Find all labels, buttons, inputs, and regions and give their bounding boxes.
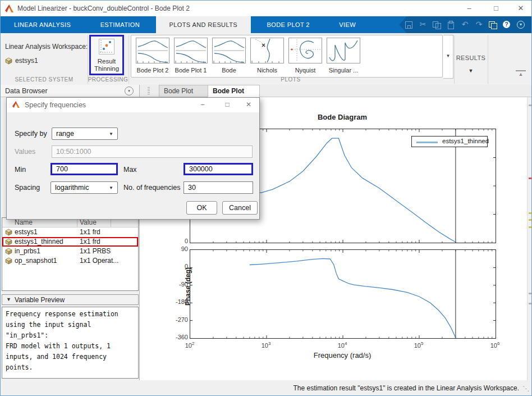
max-label: Max (123, 166, 137, 174)
close-icon[interactable]: ✕ (512, 4, 529, 13)
matlab-logo-icon (12, 101, 20, 108)
minimize-icon[interactable]: – (461, 4, 478, 13)
values-label: Values (15, 148, 35, 156)
variable-preview-header[interactable]: ▼ Variable Preview (2, 294, 139, 305)
caret-down-icon: ▼ (6, 297, 11, 302)
tick-label: 106 (484, 341, 506, 349)
copy-icon[interactable] (432, 21, 442, 29)
min-input[interactable]: 700 (51, 163, 118, 175)
cancel-button[interactable]: Cancel (222, 201, 258, 215)
resize-grip-icon[interactable]: ⋱ (522, 385, 529, 393)
matlab-logo-icon (5, 4, 13, 12)
tab-plots-and-results[interactable]: PLOTS AND RESULTS (156, 16, 251, 33)
result-thinning-icon (99, 39, 114, 54)
bode-thumbnail-icon (212, 38, 246, 63)
variable-preview-title: Variable Preview (15, 296, 65, 304)
cut-icon[interactable]: ✂ (418, 21, 428, 29)
dropdown-circle-icon[interactable]: ▾ (516, 21, 526, 29)
variable-cube-icon (5, 257, 12, 265)
bode-thumbnail-icon (136, 38, 169, 63)
gallery-item-bode-plot-2[interactable]: Bode Plot 2 (134, 37, 172, 75)
selected-system-item[interactable]: estsys1 (5, 57, 38, 65)
annotation-strip (527, 97, 532, 380)
tick-label: -90 (169, 281, 188, 288)
drag-handle-icon[interactable] (148, 87, 150, 95)
table-row[interactable]: in_prbs1 1x1 PRBS (2, 247, 138, 256)
singular-values-thumbnail-icon (327, 38, 360, 63)
variable-cube-icon (5, 229, 12, 236)
section-label-plots: PLOTS (129, 76, 453, 83)
caret-down-icon: ▼ (454, 68, 488, 74)
ok-button[interactable]: OK (186, 201, 217, 215)
tick-label: 90 (169, 245, 188, 252)
help-icon[interactable]: ? (502, 21, 512, 29)
bode-thumbnail-icon (174, 38, 208, 63)
variable-table: Name Value estsys1 1x1 frd estsys1_thinn… (2, 217, 139, 291)
values-input: 10:50:1000 (52, 145, 253, 158)
nfreq-input[interactable]: 30 (184, 181, 253, 194)
phase-plot (190, 249, 496, 339)
status-message: The estimation result "estsys1" is creat… (293, 384, 519, 392)
variable-cube-icon (5, 248, 12, 255)
paste-icon[interactable] (446, 21, 456, 29)
section-label-processing: PROCESSING (88, 76, 129, 83)
tab-bode-plot-2[interactable]: BODE PLOT 2 (253, 16, 323, 33)
toolstrip: Linear Analysis Workspace: estsys1 SELEC… (1, 33, 531, 85)
tick-label: -360 (169, 334, 188, 340)
spacing-select[interactable]: logarithmic▼ (51, 181, 118, 194)
variable-preview-text: Frequency response estimation using the … (2, 307, 139, 379)
workspace-label: Linear Analysis Workspace: (5, 43, 88, 51)
tick-label: 105 (407, 341, 430, 349)
gallery-item-nyquist[interactable]: Nyquist (286, 37, 324, 75)
tick-label: -180 (169, 298, 188, 305)
table-row-highlighted[interactable]: estsys1_thinned 1x1 frd (2, 237, 138, 247)
maximize-icon[interactable]: □ (488, 4, 505, 13)
variable-cube-icon (5, 238, 12, 245)
caret-down-icon: ▼ (109, 128, 113, 140)
specify-by-label: Specify by (15, 130, 47, 138)
results-gallery-button[interactable]: RESULTS ▼ (454, 33, 488, 84)
doc-tab-bode-plot-2[interactable]: Bode Plot 2✕ (208, 85, 260, 97)
panel-menu-icon[interactable]: ▾ (125, 87, 134, 95)
maximize-icon[interactable]: □ (220, 101, 235, 110)
collapse-toolstrip-icon[interactable]: ▲ (516, 70, 526, 79)
plot-legend[interactable]: estsys1_thinned (411, 136, 488, 147)
dialog-title-bar: Specify frequencies – □ ✕ (7, 98, 259, 112)
model-linearizer-window: Model Linearizer - buckConv_doubleContro… (0, 0, 532, 396)
table-row[interactable]: op_snapshot1 1x1 Operat... (2, 256, 138, 266)
gallery-item-bode-plot-1[interactable]: Bode Plot 1 (172, 37, 210, 75)
minimize-icon[interactable]: – (195, 101, 210, 110)
gallery-dropdown-button[interactable]: ▼ (443, 35, 453, 79)
redo-icon[interactable]: ↷ (474, 21, 484, 29)
quick-access-toolbar: ✂ ↶ ↷ ? ▾ (398, 16, 531, 33)
status-bar: The estimation result "estsys1" is creat… (1, 380, 531, 395)
window-title: Model Linearizer - buckConv_doubleContro… (17, 4, 190, 12)
spacing-label: Spacing (15, 184, 40, 192)
tab-estimation[interactable]: ESTIMATION (87, 16, 153, 33)
x-axis-label: Frequency (rad/s) (190, 351, 495, 359)
tick-label: 0 (169, 238, 188, 244)
section-label-selected-system: SELECTED SYSTEM (1, 76, 88, 83)
save-icon[interactable] (404, 21, 414, 29)
nfreq-label: No. of frequencies (123, 184, 180, 192)
gallery-item-singular-values[interactable]: Singular ... (324, 37, 363, 75)
gallery-item-bode[interactable]: Bode (210, 37, 248, 75)
plots-gallery: Bode Plot 2 Bode Plot 1 Bode Nichols Nyq… (131, 35, 443, 78)
doc-tab-bode-plot-1[interactable]: Bode Plot 1✕ (159, 85, 208, 97)
close-icon[interactable]: ✕ (241, 101, 256, 110)
specify-frequencies-dialog: Specify frequencies – □ ✕ Specify by ran… (6, 97, 260, 220)
result-thinning-button[interactable]: ResultThinning (89, 35, 124, 75)
tab-view[interactable]: VIEW (325, 16, 369, 33)
selected-system-name: estsys1 (15, 57, 38, 65)
max-input[interactable]: 300000 (184, 163, 253, 175)
variable-cube-icon (5, 57, 12, 65)
windows-icon[interactable] (488, 21, 498, 29)
tick-label: 102 (178, 341, 201, 349)
data-browser-title: Data Browser (5, 87, 48, 95)
tab-linear-analysis[interactable]: LINEAR ANALYSIS (1, 16, 84, 33)
specify-by-select[interactable]: range▼ (52, 128, 118, 140)
undo-icon[interactable]: ↶ (460, 21, 470, 29)
caret-down-icon: ▼ (443, 53, 453, 58)
table-row[interactable]: estsys1 1x1 frd (2, 227, 138, 237)
gallery-item-nichols[interactable]: Nichols (248, 37, 286, 75)
